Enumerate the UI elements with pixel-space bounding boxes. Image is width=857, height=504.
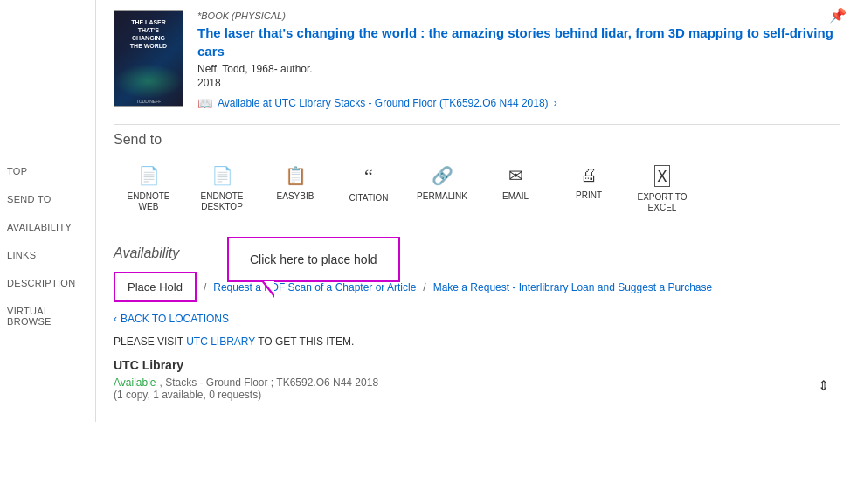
permalink-icon: 🔗 (432, 165, 453, 186)
export-excel-icon: X (654, 165, 671, 187)
back-to-locations[interactable]: ‹ BACK TO LOCATIONS (114, 313, 840, 325)
endnote-desktop-icon: 📄 (211, 165, 233, 186)
send-citation[interactable]: “ CITATION (334, 158, 404, 220)
send-export-excel[interactable]: X EXPORT TOEXCEL (627, 158, 697, 220)
sidebar-item-virtual-browse[interactable]: VIRTUAL BROWSE (0, 297, 95, 335)
send-print[interactable]: 🖨 PRINT (554, 158, 624, 220)
export-excel-label: EXPORT TOEXCEL (637, 192, 687, 213)
print-icon: 🖨 (580, 165, 598, 185)
place-hold-button[interactable]: Place Hold (114, 272, 197, 302)
send-easybib[interactable]: 📋 EASYBIB (260, 158, 330, 220)
section-divider-1 (114, 124, 840, 125)
book-author: Neff, Todd, 1968- author. (197, 63, 840, 75)
back-to-locations-label: BACK TO LOCATIONS (121, 313, 229, 325)
visit-message: PLEASE VISIT UTC LIBRARY TO GET THIS ITE… (114, 335, 840, 348)
send-endnote-web[interactable]: 📄 ENDNOTEWEB (114, 158, 183, 220)
endnote-desktop-label: ENDNOTEDESKTOP (201, 191, 244, 212)
visit-prefix: PLEASE VISIT (114, 335, 186, 348)
sidebar: TOP SEND TO AVAILABILITY LINKS DESCRIPTI… (0, 0, 96, 422)
section-divider-2 (114, 238, 840, 238)
sidebar-item-links[interactable]: LINKS (0, 241, 95, 269)
sort-icon[interactable]: ⇕ (818, 377, 829, 394)
send-email[interactable]: ✉ EMAIL (480, 158, 550, 220)
book-type: *BOOK (PHYSICAL) (197, 10, 840, 21)
availability-section: Availability Click here to place hold Pl… (114, 245, 840, 401)
availability-section-title: Availability (114, 245, 840, 261)
send-to-title: Send to (114, 132, 840, 148)
endnote-web-icon: 📄 (138, 165, 160, 186)
book-title[interactable]: The laser that's changing the world : th… (197, 24, 840, 60)
send-to-section: Send to 📄 ENDNOTEWEB 📄 ENDNOTEDESKTOP 📋 … (114, 132, 840, 220)
book-cover-text: THE LASER THAT'S CHANGING THE WORLD (127, 15, 170, 53)
availability-location-link[interactable]: Available at UTC Library Stacks - Ground… (218, 97, 549, 109)
library-status-row: Available, Stacks - Ground Floor ; TK659… (114, 376, 840, 389)
endnote-web-label: ENDNOTEWEB (128, 191, 170, 212)
interlibrary-loan-link[interactable]: Make a Request - Interlibrary Loan and S… (433, 281, 713, 293)
back-arrow-icon: ‹ (114, 313, 117, 325)
citation-label: CITATION (349, 193, 388, 204)
callout-box: Click here to place hold (227, 237, 400, 282)
hold-separator-2: / (423, 281, 425, 293)
book-info: *BOOK (PHYSICAL) The laser that's changi… (197, 10, 840, 110)
book-cover: THE LASER THAT'S CHANGING THE WORLD TODD… (114, 10, 183, 107)
sidebar-item-send-to[interactable]: SEND TO (0, 185, 95, 213)
book-year: 2018 (197, 77, 840, 89)
availability-arrow-icon: › (554, 97, 557, 109)
permalink-label: PERMALINK (417, 191, 467, 202)
email-label: EMAIL (502, 191, 529, 202)
visit-suffix: TO GET THIS ITEM. (255, 335, 354, 348)
hold-buttons-row: Place Hold / Request a PDF Scan of a Cha… (114, 272, 840, 302)
callout-text: Click here to place hold (250, 252, 377, 266)
send-to-icons: 📄 ENDNOTEWEB 📄 ENDNOTEDESKTOP 📋 EASYBIB … (114, 158, 840, 220)
library-block: UTC Library Available, Stacks - Ground F… (114, 358, 840, 401)
sidebar-item-description[interactable]: DESCRIPTION (0, 269, 95, 297)
utc-library-link[interactable]: UTC LIBRARY (186, 335, 255, 348)
callout-arrow-inner (264, 281, 274, 294)
callout-container: Click here to place hold (227, 237, 400, 282)
library-status: Available (114, 376, 156, 389)
availability-book-icon: 📖 (197, 96, 212, 110)
sidebar-item-top[interactable]: TOP (0, 157, 95, 185)
print-label: PRINT (576, 190, 602, 201)
email-icon: ✉ (508, 165, 523, 186)
book-cover-author: TODD NEFF (136, 99, 162, 104)
book-availability-info: 📖 Available at UTC Library Stacks - Grou… (197, 96, 840, 110)
hold-separator-1: / (204, 281, 206, 293)
main-content: THE LASER THAT'S CHANGING THE WORLD TODD… (96, 0, 857, 422)
library-name: UTC Library (114, 358, 840, 372)
easybib-label: EASYBIB (277, 191, 314, 202)
pin-icon[interactable]: 📌 (829, 7, 847, 24)
sidebar-item-availability[interactable]: AVAILABILITY (0, 213, 95, 241)
citation-icon: “ (364, 165, 373, 188)
send-permalink[interactable]: 🔗 PERMALINK (407, 158, 477, 220)
easybib-icon: 📋 (285, 165, 307, 186)
book-cover-laser (114, 64, 183, 99)
pdf-scan-link[interactable]: Request a PDF Scan of a Chapter or Artic… (213, 281, 416, 293)
library-copies: (1 copy, 1 available, 0 requests) (114, 389, 840, 401)
library-location-details: , Stacks - Ground Floor ; TK6592.O6 N44 … (159, 376, 378, 389)
send-endnote-desktop[interactable]: 📄 ENDNOTEDESKTOP (187, 158, 257, 220)
book-header: THE LASER THAT'S CHANGING THE WORLD TODD… (114, 10, 840, 110)
